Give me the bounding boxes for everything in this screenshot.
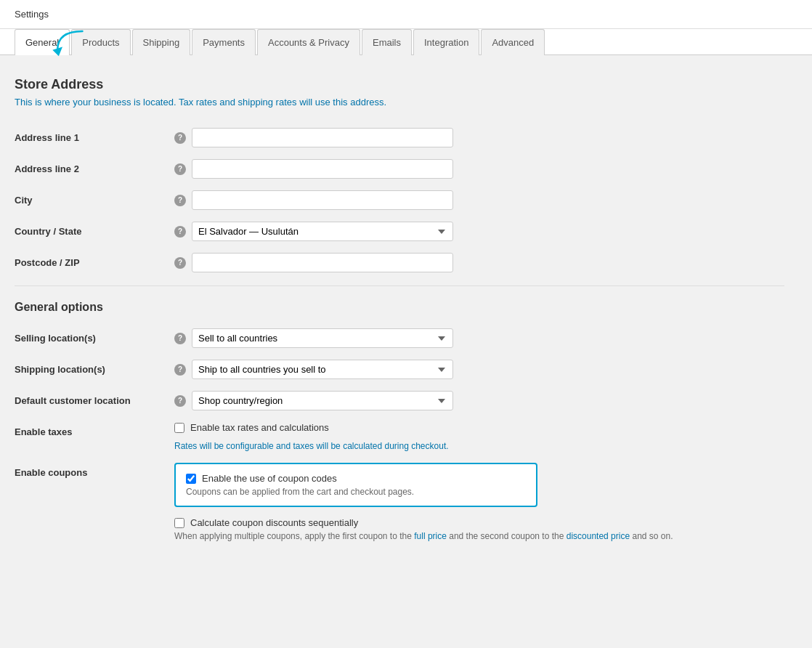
enable-coupons-checkbox[interactable] — [186, 474, 196, 484]
default-customer-location-content: ? Shop country/region No location by def… — [174, 391, 784, 410]
sequential-coupons-checkbox[interactable] — [174, 518, 184, 528]
country-state-row: Country / State ? El Salvador — Usulután — [15, 216, 784, 247]
enable-coupons-helper: Coupons can be applied from the cart and… — [186, 487, 526, 497]
enable-coupons-row: Enable coupons Enable the use of coupon … — [15, 457, 784, 547]
city-input[interactable] — [192, 190, 453, 210]
coupon-box: Enable the use of coupon codes Coupons c… — [174, 463, 537, 507]
default-customer-location-row: Default customer location ? Shop country… — [15, 385, 784, 416]
address-line1-input[interactable] — [192, 128, 453, 147]
city-label: City — [15, 190, 174, 206]
selling-locations-row: Selling location(s) ? Sell to all countr… — [15, 323, 784, 354]
selling-locations-content: ? Sell to all countries Sell to specific… — [174, 328, 784, 348]
enable-coupons-label: Enable coupons — [15, 463, 174, 478]
address-line2-help-icon[interactable]: ? — [174, 163, 186, 175]
general-options-title: General options — [15, 301, 784, 314]
country-state-content: ? El Salvador — Usulután — [174, 222, 784, 241]
selling-locations-help-icon[interactable]: ? — [174, 333, 186, 344]
default-customer-location-help-icon[interactable]: ? — [174, 395, 186, 407]
tab-products[interactable]: Products — [71, 29, 130, 55]
shipping-locations-row: Shipping location(s) ? Ship to all count… — [15, 354, 784, 385]
enable-taxes-checkbox-row: Enable tax rates and calculations — [174, 422, 784, 433]
sequential-helper-link2: discounted price — [567, 531, 630, 541]
divider-1 — [15, 285, 784, 286]
selling-locations-select[interactable]: Sell to all countries Sell to specific c… — [192, 328, 453, 348]
tab-integration[interactable]: Integration — [413, 29, 479, 55]
postcode-input[interactable] — [192, 253, 453, 272]
postcode-content: ? — [174, 253, 784, 272]
store-address-description: This is where your business is located. … — [15, 97, 784, 108]
shipping-locations-help-icon[interactable]: ? — [174, 364, 186, 376]
tab-accounts-privacy[interactable]: Accounts & Privacy — [257, 29, 360, 55]
address-line2-label: Address line 2 — [15, 159, 174, 174]
address-line1-help-icon[interactable]: ? — [174, 132, 186, 144]
sequential-helper-text-2: and the second coupon to the — [449, 531, 564, 541]
sequential-helper-text-3: and so on. — [632, 531, 673, 541]
store-address-title: Store Address — [15, 77, 784, 92]
sequential-coupons-helper: When applying multiple coupons, apply th… — [174, 531, 784, 541]
sequential-helper-link1: full price — [414, 531, 447, 541]
postcode-label: Postcode / ZIP — [15, 253, 174, 268]
enable-taxes-row: Enable taxes Enable tax rates and calcul… — [15, 416, 784, 457]
shipping-locations-content: ? Ship to all countries you sell to Ship… — [174, 360, 784, 379]
default-customer-location-label: Default customer location — [15, 391, 174, 406]
enable-coupons-checkbox-label: Enable the use of coupon codes — [202, 473, 337, 484]
page-title: Settings — [15, 9, 49, 20]
address-line2-row: Address line 2 ? — [15, 153, 784, 185]
enable-taxes-content: Enable tax rates and calculations Rates … — [174, 422, 784, 451]
tab-payments[interactable]: Payments — [192, 29, 256, 55]
tab-general[interactable]: General — [15, 29, 70, 55]
city-row: City ? — [15, 185, 784, 216]
city-content: ? — [174, 190, 784, 210]
enable-taxes-checkbox[interactable] — [174, 423, 184, 433]
enable-coupons-checkbox-row: Enable the use of coupon codes — [186, 473, 526, 484]
postcode-row: Postcode / ZIP ? — [15, 247, 784, 278]
address-line2-content: ? — [174, 159, 784, 179]
country-state-label: Country / State — [15, 222, 174, 237]
enable-taxes-checkbox-label: Enable tax rates and calculations — [190, 422, 329, 433]
tab-advanced[interactable]: Advanced — [481, 29, 545, 55]
selling-locations-label: Selling location(s) — [15, 328, 174, 344]
tab-emails[interactable]: Emails — [362, 29, 412, 55]
city-help-icon[interactable]: ? — [174, 195, 186, 206]
postcode-help-icon[interactable]: ? — [174, 257, 186, 269]
sequential-helper-text-1: When applying multiple coupons, apply th… — [174, 531, 412, 541]
enable-coupons-content: Enable the use of coupon codes Coupons c… — [174, 463, 784, 541]
sequential-checkbox-row: Calculate coupon discounts sequentially — [174, 517, 784, 528]
address-line2-input[interactable] — [192, 159, 453, 179]
enable-taxes-label: Enable taxes — [15, 422, 174, 437]
sequential-coupons-label: Calculate coupon discounts sequentially — [190, 517, 358, 528]
shipping-locations-label: Shipping location(s) — [15, 360, 174, 375]
address-line1-label: Address line 1 — [15, 128, 174, 143]
sequential-coupons-area: Calculate coupon discounts sequentially … — [174, 517, 784, 541]
address-line1-content: ? — [174, 128, 784, 147]
country-state-select[interactable]: El Salvador — Usulután — [192, 222, 453, 241]
content-area: Store Address This is where your busines… — [0, 55, 799, 576]
country-state-help-icon[interactable]: ? — [174, 226, 186, 238]
tabs-bar: General Products Shipping Payments Accou… — [0, 29, 812, 55]
default-customer-location-select[interactable]: Shop country/region No location by defau… — [192, 391, 453, 410]
enable-taxes-helper: Rates will be configurable and taxes wil… — [174, 441, 784, 451]
shipping-locations-select[interactable]: Ship to all countries you sell to Ship t… — [192, 360, 453, 379]
address-line1-row: Address line 1 ? — [15, 122, 784, 153]
tab-shipping[interactable]: Shipping — [132, 29, 191, 55]
